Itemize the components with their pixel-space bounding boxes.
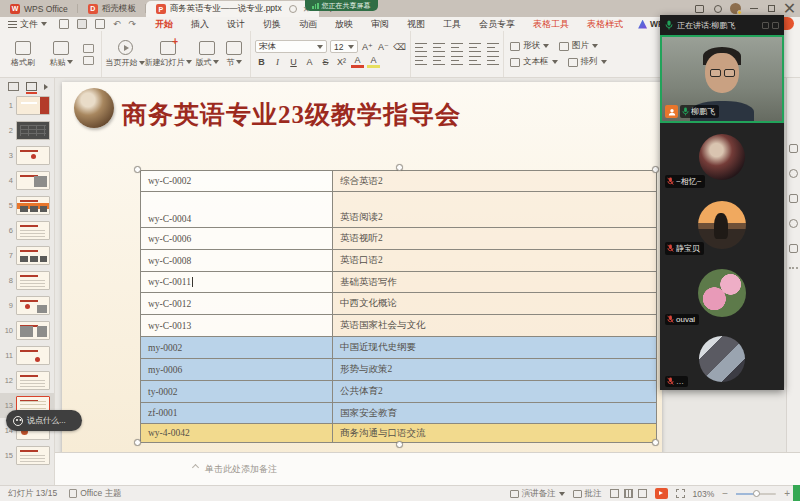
video-tile-active-speaker[interactable]: 柳鹏飞	[660, 35, 784, 123]
maximize-button[interactable]	[766, 3, 777, 14]
table-cell-name[interactable]: 中西文化概论	[333, 293, 656, 314]
meeting-video-panel[interactable]: 正在讲话:柳鹏飞 柳鹏飞	[660, 15, 784, 390]
slide-thumbnail[interactable]: 2	[0, 118, 54, 143]
bold-button[interactable]: B	[255, 57, 268, 67]
shapes-button[interactable]: 形状	[510, 40, 549, 52]
table-cell-code[interactable]: ty-0002	[141, 381, 333, 402]
selection-handle[interactable]	[396, 164, 403, 171]
table-cell-code[interactable]: wy-C-0013	[141, 315, 333, 336]
video-tile[interactable]: 静宝贝	[660, 191, 784, 258]
more-tools-icon[interactable]	[789, 267, 799, 270]
slideshow-play-button[interactable]	[655, 488, 668, 499]
font-name-select[interactable]: 宋体	[255, 40, 327, 53]
tab-design[interactable]: 设计	[218, 18, 254, 31]
zoom-slider-knob[interactable]	[753, 490, 760, 497]
slide-thumbnail[interactable]: 12	[0, 368, 54, 393]
screen-share-banner[interactable]: 您正在共享屏幕	[305, 0, 378, 11]
align-left-icon[interactable]	[415, 56, 427, 65]
tab-docer-template[interactable]: D 稻壳模板	[78, 0, 146, 17]
table-cell-name[interactable]: 形势与政策2	[333, 359, 656, 380]
paste-button[interactable]: 粘贴	[42, 41, 80, 68]
font-color-button[interactable]: A	[351, 56, 364, 68]
picture-button[interactable]: 图片	[559, 40, 598, 52]
clear-format-button[interactable]: ⌫	[393, 42, 406, 52]
layout-grid-icon[interactable]	[762, 22, 769, 29]
comment-panel-icon[interactable]	[789, 244, 798, 253]
char-spacing-button[interactable]: A	[303, 57, 316, 67]
arrange-button[interactable]: 排列	[568, 56, 607, 68]
table-cell-code[interactable]: wy-C-0006	[141, 228, 333, 249]
tab-insert[interactable]: 插入	[182, 18, 218, 31]
print-preview-icon[interactable]	[95, 19, 105, 29]
panel-collapse-icon[interactable]	[772, 22, 779, 29]
bullets-icon[interactable]	[415, 43, 427, 52]
indent-decrease-icon[interactable]	[451, 43, 463, 52]
user-avatar[interactable]	[730, 3, 741, 14]
undo-icon[interactable]: ↶	[113, 19, 121, 29]
slide-title[interactable]: 商务英语专业23级教学指导会	[122, 98, 461, 131]
current-slide[interactable]: 商务英语专业23级教学指导会 wy-C-0002综合英语2 wy-C-0004英…	[62, 82, 662, 454]
table-cell-name[interactable]: 国家安全教育	[333, 403, 656, 423]
slide-thumbnail[interactable]: 8	[0, 268, 54, 293]
slides-view-icon[interactable]	[26, 82, 37, 91]
theme-indicator[interactable]: Office 主题	[69, 488, 121, 500]
table-cell-name[interactable]: 中国近现代史纲要	[333, 337, 656, 358]
close-button[interactable]: ✕	[784, 3, 795, 14]
underline-button[interactable]: U	[287, 57, 300, 67]
selection-handle[interactable]	[134, 439, 141, 446]
table-cell-code[interactable]: my-0002	[141, 337, 333, 358]
line-spacing-icon[interactable]	[487, 56, 499, 65]
table-cell-code[interactable]: wy-C-0004	[141, 192, 333, 227]
table-cell-code[interactable]: my-0006	[141, 359, 333, 380]
table-cell-name[interactable]: 公共体育2	[333, 381, 656, 402]
video-tile[interactable]: …	[660, 328, 784, 390]
slide-thumbnail[interactable]: 10	[0, 318, 54, 343]
tab-home[interactable]: 开始	[146, 18, 182, 31]
font-size-select[interactable]: 12	[330, 40, 358, 53]
selection-handle[interactable]	[652, 166, 659, 173]
table-cell-name[interactable]: 英语视听2	[333, 228, 656, 249]
table-cell-name[interactable]: 基础英语写作	[333, 272, 656, 292]
grow-font-button[interactable]: A⁺	[361, 42, 374, 52]
copy-icon[interactable]	[83, 56, 94, 65]
align-right-icon[interactable]	[451, 56, 463, 65]
table-cell-name[interactable]: 英语阅读2	[333, 192, 656, 227]
slide-thumbnail[interactable]: 11	[0, 343, 54, 368]
highlight-color-button[interactable]: A	[367, 56, 380, 68]
selection-handle[interactable]	[134, 166, 141, 173]
play-from-current-button[interactable]: 当页开始	[106, 40, 144, 68]
notes-area[interactable]: 单击此处添加备注	[55, 452, 800, 485]
zoom-slider[interactable]	[736, 493, 776, 495]
animation-panel-icon[interactable]	[789, 169, 798, 178]
slide-sorter-view-icon[interactable]	[624, 489, 633, 498]
video-tile[interactable]: ~相忆~	[660, 123, 784, 191]
text-direction-icon[interactable]	[487, 43, 499, 52]
slide-thumbnail[interactable]: 9	[0, 293, 54, 318]
selection-handle[interactable]	[652, 439, 659, 446]
zoom-percentage[interactable]: 103%	[693, 489, 715, 499]
format-painter-button[interactable]: 格式刷	[4, 41, 42, 68]
cut-icon[interactable]	[83, 44, 94, 53]
minimize-button[interactable]	[748, 3, 759, 14]
table-cell-code[interactable]: wy-C-0008	[141, 250, 333, 271]
table-cell-name[interactable]: 英语口语2	[333, 250, 656, 271]
strikethrough-button[interactable]: S	[319, 57, 332, 67]
reading-view-icon[interactable]	[638, 489, 647, 498]
tab-slideshow[interactable]: 放映	[326, 18, 362, 31]
outline-view-icon[interactable]	[8, 82, 19, 91]
comments-button[interactable]: 批注	[573, 488, 602, 500]
table-cell-name[interactable]: 商务沟通与口语交流	[333, 424, 656, 442]
save-icon[interactable]	[59, 19, 69, 29]
justify-icon[interactable]	[469, 56, 481, 65]
course-table[interactable]: wy-C-0002综合英语2 wy-C-0004英语阅读2 wy-C-0006英…	[140, 170, 657, 443]
slide-thumbnail[interactable]: 6	[0, 218, 54, 243]
tab-view[interactable]: 视图	[398, 18, 434, 31]
tab-transition[interactable]: 切换	[254, 18, 290, 31]
file-menu-button[interactable]: 文件	[0, 18, 55, 31]
table-cell-code[interactable]: wy-C-0002	[141, 171, 333, 191]
collapse-panel-icon[interactable]	[44, 84, 48, 90]
tab-member[interactable]: 会员专享	[470, 18, 524, 31]
slide-thumbnail[interactable]: 15	[0, 443, 54, 468]
tab-tools[interactable]: 工具	[434, 18, 470, 31]
table-cell-name[interactable]: 综合英语2	[333, 171, 656, 191]
